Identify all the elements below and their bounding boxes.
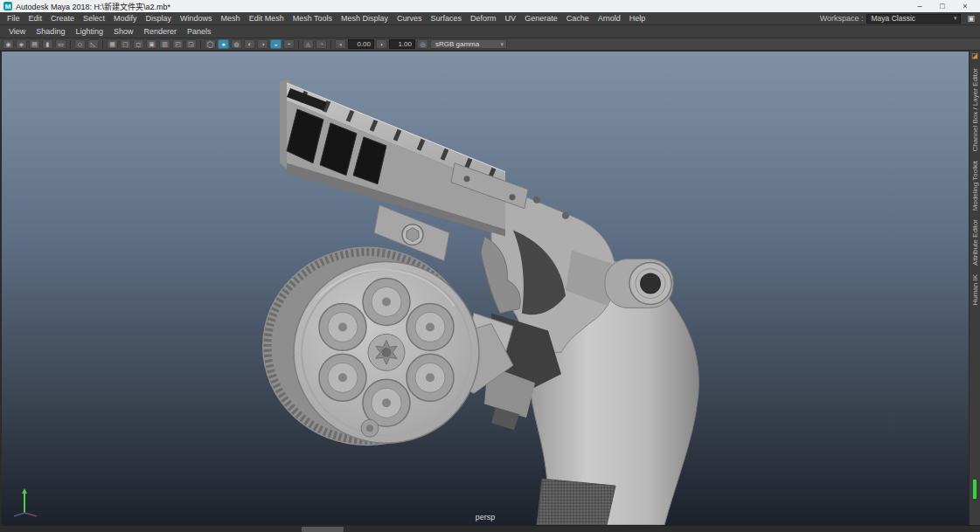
camera-label: persp — [476, 513, 496, 522]
tab-human-ik[interactable]: Human IK — [971, 274, 979, 306]
panel-toolbar: ◉ ◈ ▤ ▮ ▭ ◇ ◺ ▦ ▢ ◻ ▣ ▥ ◰ ◲ ◯ ● ◍ ◐ ◑ ◒ … — [0, 38, 980, 51]
pan-zoom-icon[interactable]: ◇ — [74, 39, 86, 49]
revolver-model — [2, 52, 969, 525]
workspace-area: Workspace : Maya Classic ▾ ▣ — [820, 14, 977, 24]
right-sidebar: ◪ Channel Box / Layer Editor Modeling To… — [969, 51, 980, 525]
menu-item-generate[interactable]: Generate — [520, 14, 562, 23]
window-title: Autodesk Maya 2018: H:\新建文件夹\a2.mb* — [16, 1, 170, 12]
panel-menu-bar: View Shading Lighting Show Renderer Pane… — [0, 25, 980, 38]
gate-mask-icon[interactable]: ▣ — [146, 39, 157, 49]
image-plane-icon[interactable]: ▭ — [55, 39, 66, 49]
menu-item-mesh-display[interactable]: Mesh Display — [337, 14, 393, 23]
menu-item-display[interactable]: Display — [142, 14, 177, 23]
toolbar-separator — [298, 40, 299, 49]
lock-camera-icon[interactable]: ◈ — [16, 39, 27, 49]
bottom-strip — [0, 525, 980, 532]
ao-icon[interactable]: ◒ — [270, 39, 281, 49]
barrel-group — [280, 79, 528, 261]
menu-item-modify[interactable]: Modify — [109, 14, 142, 23]
menu-item-create[interactable]: Create — [46, 14, 79, 23]
safe-title-icon[interactable]: ◲ — [185, 39, 197, 49]
grease-pencil-icon[interactable]: ◺ — [87, 39, 99, 49]
menu-item-mesh[interactable]: Mesh — [217, 14, 245, 23]
film-gate-icon[interactable]: ▢ — [120, 39, 131, 49]
view-transform-value: sRGB gamma — [435, 40, 479, 48]
close-button[interactable]: × — [954, 0, 977, 12]
minimize-button[interactable]: – — [908, 0, 931, 12]
exposure-field[interactable]: 0.00 — [348, 39, 374, 49]
cylinder-group — [262, 247, 479, 446]
gamma-field[interactable]: 1.00 — [389, 39, 415, 49]
panel-menu-panels[interactable]: Panels — [182, 27, 217, 36]
camera-attributes-icon[interactable]: ▤ — [29, 39, 40, 49]
menu-item-arnold[interactable]: Arnold — [594, 14, 625, 23]
xray-icon[interactable]: ◔ — [316, 39, 327, 49]
tab-modeling-toolkit[interactable]: Modeling Toolkit — [971, 161, 979, 211]
use-all-lights-icon[interactable]: ◐ — [244, 39, 255, 49]
toolbar-separator — [200, 40, 201, 49]
field-chart-icon[interactable]: ▥ — [159, 39, 170, 49]
maya-window: M Autodesk Maya 2018: H:\新建文件夹\a2.mb* – … — [0, 0, 980, 532]
window-controls: – □ × — [908, 0, 977, 12]
panel-menu-lighting[interactable]: Lighting — [70, 27, 108, 36]
maximize-button[interactable]: □ — [931, 0, 954, 12]
main-area: persp ◪ Channel Box / Layer Editor Model… — [0, 51, 980, 525]
maya-logo-icon: M — [3, 2, 12, 10]
menu-item-select[interactable]: Select — [79, 14, 109, 23]
workspace-label: Workspace : — [820, 14, 864, 23]
menu-item-surfaces[interactable]: Surfaces — [427, 14, 467, 23]
panel-menu-view[interactable]: View — [3, 27, 31, 36]
resolution-gate-icon[interactable]: ◻ — [133, 39, 144, 49]
safe-action-icon[interactable]: ◰ — [172, 39, 184, 49]
exposure-icon[interactable]: ◖ — [335, 39, 346, 49]
axis-gizmo — [10, 485, 42, 518]
panel-menu-show[interactable]: Show — [108, 27, 139, 36]
menu-item-edit-mesh[interactable]: Edit Mesh — [245, 14, 288, 23]
select-camera-icon[interactable]: ◉ — [3, 39, 14, 49]
workspace-select[interactable]: Maya Classic ▾ — [866, 14, 961, 24]
menu-item-uv[interactable]: UV — [501, 14, 521, 23]
panel-menu-renderer[interactable]: Renderer — [138, 27, 182, 36]
workspace-icon[interactable]: ▣ — [967, 14, 975, 23]
scrollbar-handle[interactable] — [302, 527, 344, 532]
isolate-select-icon[interactable]: ◬ — [302, 39, 314, 49]
menu-item-windows[interactable]: Windows — [176, 14, 217, 23]
titlebar: M Autodesk Maya 2018: H:\新建文件夹\a2.mb* – … — [0, 0, 980, 12]
menu-item-mesh-tools[interactable]: Mesh Tools — [288, 14, 337, 23]
toolbar-separator — [102, 40, 103, 49]
menu-bar: File Edit Create Select Modify Display W… — [0, 12, 980, 25]
wireframe-icon[interactable]: ◯ — [205, 39, 216, 49]
view-transform-dropdown[interactable]: sRGB gamma ▾ — [430, 39, 507, 49]
menu-item-help[interactable]: Help — [625, 14, 650, 23]
shadows-icon[interactable]: ◑ — [257, 39, 268, 49]
shaded-icon[interactable]: ● — [218, 39, 229, 49]
menu-item-cache[interactable]: Cache — [562, 14, 594, 23]
chevron-down-icon: ▾ — [954, 15, 957, 22]
toolbar-separator — [330, 40, 331, 49]
toolbar-separator — [70, 40, 71, 49]
menu-item-edit[interactable]: Edit — [24, 14, 47, 23]
textured-icon[interactable]: ◍ — [231, 39, 242, 49]
bookmarks-icon[interactable]: ▮ — [42, 39, 53, 49]
chevron-down-icon: ▾ — [500, 41, 504, 48]
motion-blur-icon[interactable]: ◓ — [283, 39, 295, 49]
viewport[interactable]: persp — [0, 51, 969, 525]
gamma-icon[interactable]: ◗ — [376, 39, 387, 49]
menu-item-curves[interactable]: Curves — [393, 14, 427, 23]
workspace-value: Maya Classic — [871, 14, 915, 23]
tab-attribute-editor[interactable]: Attribute Editor — [971, 219, 979, 266]
grid-icon[interactable]: ▦ — [107, 39, 118, 49]
menu-item-file[interactable]: File — [3, 14, 24, 23]
panel-menu-shading[interactable]: Shading — [31, 27, 70, 36]
sidebar-pin-icon[interactable]: ◪ — [971, 52, 978, 59]
status-indicator — [973, 480, 977, 499]
menu-item-deform[interactable]: Deform — [466, 14, 501, 23]
tab-channel-box-layer-editor[interactable]: Channel Box / Layer Editor — [971, 68, 979, 152]
gear-icon[interactable]: ◎ — [417, 39, 428, 49]
